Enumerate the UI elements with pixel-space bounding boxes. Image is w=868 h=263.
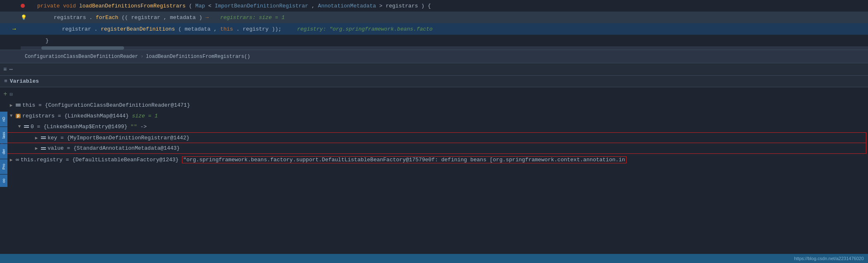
value-toggle[interactable] <box>33 146 39 151</box>
var-row-registry: ∞ this.registry = {DefaultListableBeanFa… <box>0 154 868 165</box>
toolbar-icon-1[interactable]: ≡ <box>3 66 7 73</box>
registrars-p-icon: p <box>16 114 21 118</box>
var-row-entry-0: 0 = {LinkedHashMap$Entry@1499} "" -> <box>0 121 868 132</box>
infinity-icon: ∞ <box>16 157 19 163</box>
code-text-4: } <box>37 38 49 44</box>
side-tab-nD[interactable]: nD <box>0 112 7 127</box>
entry0-toggle[interactable] <box>17 124 22 129</box>
breadcrumb-bar: ConfigurationClassBeanDefinitionReader ›… <box>0 50 868 63</box>
status-url[interactable]: https://blog.csdn.net/a2231476020 <box>794 256 864 261</box>
breakpoint-1[interactable] <box>21 4 25 8</box>
code-text-2: registrars . forEach (( registrar , meta… <box>37 14 285 21</box>
entry0-eq-icon <box>24 124 29 129</box>
toolbar-area: ≡ ⋯ <box>0 63 868 76</box>
main-layout: private void loadBeanDefinitionsFromRegi… <box>0 0 868 263</box>
horizontal-scrollbar[interactable] <box>21 46 868 50</box>
filter-icon[interactable]: ⊟ <box>10 91 13 98</box>
variables-header: ≡ Variables <box>0 76 868 87</box>
key-eq-icon <box>41 136 46 140</box>
key-toggle[interactable] <box>33 135 39 141</box>
breadcrumb-method[interactable]: loadBeanDefinitionsFromRegistrars() <box>146 54 250 60</box>
this-toggle[interactable] <box>8 103 14 108</box>
variables-panel: ≡ Variables + ⊟ this = {ConfigurationCla… <box>0 76 868 263</box>
side-tab-Pro[interactable]: Pro <box>0 159 7 174</box>
line-gutter-3: → <box>12 26 29 32</box>
lightbulb-icon: 💡 <box>21 14 27 21</box>
toolbar-icon-2[interactable]: ⋯ <box>9 66 12 73</box>
registrars-toggle[interactable] <box>8 113 14 118</box>
side-tab-oo[interactable]: oo <box>0 175 7 187</box>
code-line-3: → registrar . registerBeanDefinitions ( … <box>0 23 868 35</box>
variables-header-icon: ≡ <box>4 78 7 84</box>
this-eq-icon <box>16 103 21 107</box>
breadcrumb-sep: › <box>141 54 143 60</box>
code-text-1: private void loadBeanDefinitionsFromRegi… <box>37 3 431 9</box>
code-line-4: } <box>0 35 868 46</box>
registry-toggle[interactable] <box>8 157 14 163</box>
code-area: private void loadBeanDefinitionsFromRegi… <box>0 0 868 50</box>
var-toolbar-row: + ⊟ <box>0 89 868 100</box>
line-gutter-2: 💡 <box>21 14 37 21</box>
value-eq-icon <box>41 146 46 151</box>
var-row-value: value = {StandardAnnotationMetadata@1443… <box>2 143 866 154</box>
add-variable-button[interactable]: + <box>3 91 7 98</box>
side-tab-lass[interactable]: lass <box>0 127 7 143</box>
code-line-2: 💡 registrars . forEach (( registrar , me… <box>0 12 868 23</box>
var-tree: + ⊟ this = {ConfigurationClassBeanDefini… <box>0 87 868 167</box>
var-row-registrars: p registrars = {LinkedHashMap@1444} size… <box>0 110 868 121</box>
code-line-1: private void loadBeanDefinitionsFromRegi… <box>0 0 868 12</box>
status-bar: https://blog.csdn.net/a2231476020 <box>0 254 868 263</box>
code-text-3: registrar . registerBeanDefinitions ( me… <box>29 26 433 32</box>
scrollbar-thumb[interactable] <box>41 46 124 50</box>
registry-value-outlined: "org.springframework.beans.factory.suppo… <box>182 157 626 163</box>
breadcrumb-class[interactable]: ConfigurationClassBeanDefinitionReader <box>25 54 138 60</box>
variables-header-label: Variables <box>10 78 39 84</box>
var-row-this: this = {ConfigurationClassBeanDefinition… <box>0 100 868 110</box>
line-gutter-1 <box>21 4 37 8</box>
side-tab-der[interactable]: der <box>0 144 7 159</box>
var-row-key: key = {MyImportBeanDefinitionRegistrar@1… <box>2 132 866 143</box>
arrow-indicator: → <box>12 26 16 32</box>
side-tabs: nD lass der Pro oo <box>0 112 7 187</box>
